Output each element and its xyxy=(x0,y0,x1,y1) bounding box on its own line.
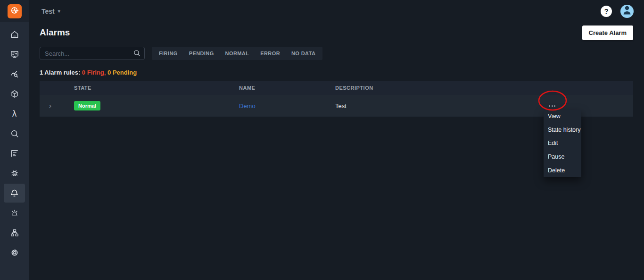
alarm-name-link[interactable]: Demo xyxy=(239,102,256,110)
cube-icon xyxy=(10,89,19,99)
search-icon xyxy=(133,49,141,59)
search-icon xyxy=(10,129,19,138)
menu-item-edit[interactable]: Edit xyxy=(544,136,581,150)
column-header-state: STATE xyxy=(74,85,239,91)
search-input[interactable] xyxy=(40,47,145,60)
user-avatar[interactable] xyxy=(620,5,634,18)
state-filter-group: FIRING PENDING NORMAL ERROR NO DATA xyxy=(152,47,322,60)
menu-item-pause[interactable]: Pause xyxy=(544,150,581,164)
table-header-row: STATE NAME DESCRIPTION xyxy=(40,81,633,95)
home-icon xyxy=(10,30,19,39)
sitemap-icon xyxy=(10,228,19,238)
sidebar-item-settings[interactable] xyxy=(4,243,25,262)
menu-item-view[interactable]: View xyxy=(544,110,581,123)
column-header-name: NAME xyxy=(239,85,335,91)
status-badge: Normal xyxy=(74,101,100,110)
filter-error[interactable]: ERROR xyxy=(260,51,280,56)
alarm-rules-summary: 1 Alarm rules: 0 Firing, 0 Pending xyxy=(40,69,633,76)
lambda-icon: λ xyxy=(12,109,17,119)
filter-firing[interactable]: FIRING xyxy=(159,51,178,56)
app-logo[interactable] xyxy=(8,4,22,18)
menu-item-state-history[interactable]: State history xyxy=(544,123,581,137)
question-mark-icon: ? xyxy=(604,7,608,15)
sidebar-nav: λ xyxy=(0,22,29,262)
row-actions-ellipsis-button[interactable] xyxy=(547,102,557,110)
summary-pending: 0 Pending xyxy=(107,69,137,76)
siren-icon xyxy=(10,208,19,218)
help-button[interactable]: ? xyxy=(601,6,612,17)
sidebar-item-search[interactable] xyxy=(4,124,25,143)
filter-no-data[interactable]: NO DATA xyxy=(291,51,315,56)
create-alarm-button[interactable]: Create Alarm xyxy=(582,25,633,40)
sidebar-item-alarms[interactable] xyxy=(4,184,25,203)
topbar: Test ▾ ? xyxy=(29,0,644,22)
logo-area xyxy=(0,0,29,22)
summary-count: 1 Alarm rules: xyxy=(40,69,80,76)
column-header-description: DESCRIPTION xyxy=(335,85,471,91)
main-area: Test ▾ ? Alarms Create Alarm xyxy=(29,0,644,280)
summary-firing: 0 Firing xyxy=(82,69,104,76)
dashboard-monitor-icon xyxy=(10,50,19,59)
sidebar-item-resources[interactable] xyxy=(4,85,25,103)
sidebar-item-topology[interactable] xyxy=(4,223,25,242)
sidebar-item-debug[interactable] xyxy=(4,164,25,183)
bug-icon xyxy=(10,169,19,178)
workspace-dropdown[interactable]: Test ▾ xyxy=(41,8,60,15)
sidebar-item-dashboards[interactable] xyxy=(4,45,25,64)
filter-normal[interactable]: NORMAL xyxy=(225,51,249,56)
trend-search-icon xyxy=(10,69,19,79)
content: Alarms Create Alarm FIRING PENDING NORMA… xyxy=(29,24,644,117)
sidebar: λ xyxy=(0,0,29,280)
chevron-down-icon: ▾ xyxy=(58,8,60,14)
workspace-name: Test xyxy=(41,8,55,15)
logs-icon xyxy=(10,149,19,158)
sidebar-item-analytics[interactable] xyxy=(4,65,25,84)
menu-item-delete[interactable]: Delete xyxy=(544,163,581,177)
row-expand-chevron-icon[interactable]: › xyxy=(49,102,51,110)
sidebar-item-functions[interactable]: λ xyxy=(4,104,25,123)
pulse-logo-icon xyxy=(10,6,19,17)
person-icon xyxy=(620,5,634,18)
sidebar-item-home[interactable] xyxy=(4,25,25,44)
filter-pending[interactable]: PENDING xyxy=(189,51,214,56)
row-actions-menu: View State history Edit Pause Delete xyxy=(544,110,581,177)
page-title: Alarms xyxy=(40,27,70,38)
bell-icon xyxy=(9,188,19,198)
sidebar-item-incidents[interactable] xyxy=(4,204,25,222)
sidebar-item-logs[interactable] xyxy=(4,144,25,163)
gear-icon xyxy=(10,248,19,257)
alarm-description: Test xyxy=(335,102,347,110)
